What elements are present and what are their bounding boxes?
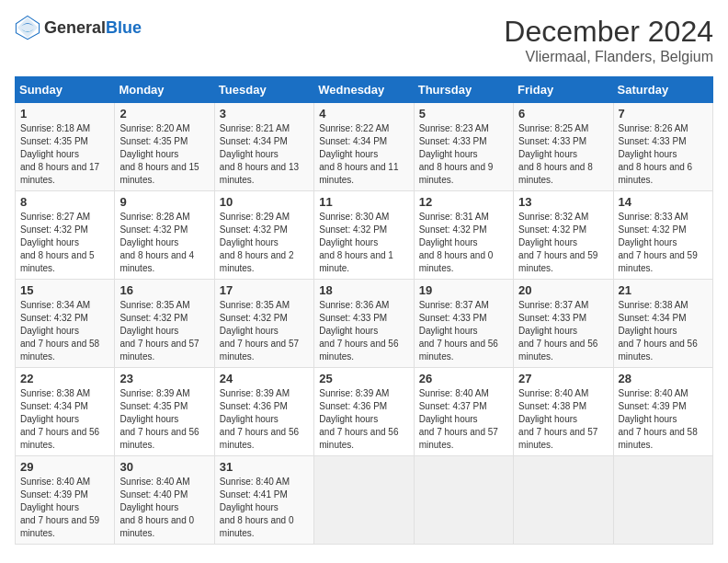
- sunset-label: Sunset: 4:33 PM: [518, 313, 586, 323]
- daylight-label: Daylight hours: [619, 326, 677, 336]
- calendar-cell: 31 Sunrise: 8:40 AM Sunset: 4:41 PM Dayl…: [214, 456, 313, 545]
- daylight-value: and 8 hours and 13 minutes.: [220, 162, 299, 185]
- sunset-label: Sunset: 4:39 PM: [20, 489, 88, 500]
- daylight-label: Daylight hours: [220, 149, 279, 159]
- daylight-value: and 7 hours and 56 minutes.: [619, 339, 698, 362]
- day-info: Sunrise: 8:31 AM Sunset: 4:32 PM Dayligh…: [419, 211, 508, 275]
- calendar-cell: 8 Sunrise: 8:27 AM Sunset: 4:32 PM Dayli…: [16, 191, 115, 280]
- sunset-label: Sunset: 4:40 PM: [119, 489, 188, 500]
- daylight-label: Daylight hours: [220, 502, 279, 512]
- calendar-cell: 18 Sunrise: 8:36 AM Sunset: 4:33 PM Dayl…: [314, 280, 414, 368]
- day-number: 25: [319, 372, 408, 385]
- day-number: 8: [20, 195, 109, 209]
- sunset-label: Sunset: 4:41 PM: [220, 489, 288, 500]
- day-info: Sunrise: 8:28 AM Sunset: 4:32 PM Dayligh…: [119, 211, 209, 275]
- calendar-cell: 26 Sunrise: 8:40 AM Sunset: 4:37 PM Dayl…: [414, 368, 513, 456]
- calendar-cell: 9 Sunrise: 8:28 AM Sunset: 4:32 PM Dayli…: [115, 191, 214, 280]
- sunset-label: Sunset: 4:38 PM: [518, 401, 586, 411]
- sunset-label: Sunset: 4:34 PM: [619, 313, 687, 323]
- sunset-label: Sunset: 4:36 PM: [319, 401, 387, 411]
- daylight-label: Daylight hours: [419, 326, 478, 336]
- sunrise-label: Sunrise: 8:29 AM: [220, 212, 290, 222]
- daylight-label: Daylight hours: [20, 502, 79, 512]
- sunset-label: Sunset: 4:35 PM: [119, 401, 188, 411]
- calendar-cell: [613, 456, 712, 545]
- sunrise-label: Sunrise: 8:40 AM: [619, 388, 688, 398]
- day-number: 24: [220, 372, 309, 385]
- daylight-label: Daylight hours: [518, 237, 577, 247]
- daylight-value: and 8 hours and 17 minutes.: [20, 162, 99, 185]
- sunset-label: Sunset: 4:34 PM: [319, 136, 387, 146]
- day-number: 7: [619, 107, 708, 121]
- day-number: 27: [518, 372, 608, 385]
- daylight-value: and 7 hours and 59 minutes.: [20, 515, 99, 538]
- daylight-label: Daylight hours: [419, 414, 478, 424]
- sunrise-label: Sunrise: 8:27 AM: [20, 212, 90, 222]
- calendar-cell: 22 Sunrise: 8:38 AM Sunset: 4:34 PM Dayl…: [16, 368, 115, 456]
- calendar-cell: 27 Sunrise: 8:40 AM Sunset: 4:38 PM Dayl…: [514, 368, 613, 456]
- sunrise-label: Sunrise: 8:35 AM: [119, 300, 189, 310]
- calendar-week-5: 29 Sunrise: 8:40 AM Sunset: 4:39 PM Dayl…: [16, 456, 713, 545]
- daylight-value: and 8 hours and 15 minutes.: [119, 162, 199, 185]
- calendar-cell: 23 Sunrise: 8:39 AM Sunset: 4:35 PM Dayl…: [115, 368, 214, 456]
- daylight-value: and 8 hours and 1 minute.: [319, 250, 393, 273]
- sunset-label: Sunset: 4:35 PM: [20, 136, 88, 146]
- day-of-week-saturday: Saturday: [613, 77, 712, 103]
- sunrise-label: Sunrise: 8:18 AM: [20, 123, 90, 133]
- day-number: 10: [220, 195, 309, 209]
- calendar-cell: [514, 456, 613, 545]
- calendar-cell: 12 Sunrise: 8:31 AM Sunset: 4:32 PM Dayl…: [414, 191, 513, 280]
- day-number: 12: [419, 195, 508, 209]
- day-info: Sunrise: 8:39 AM Sunset: 4:36 PM Dayligh…: [319, 387, 408, 452]
- daylight-label: Daylight hours: [220, 326, 279, 336]
- calendar-cell: 4 Sunrise: 8:22 AM Sunset: 4:34 PM Dayli…: [314, 103, 414, 191]
- sunrise-label: Sunrise: 8:35 AM: [220, 300, 290, 310]
- day-number: 19: [419, 283, 508, 297]
- daylight-label: Daylight hours: [119, 326, 178, 336]
- sunset-label: Sunset: 4:32 PM: [119, 224, 188, 235]
- daylight-label: Daylight hours: [119, 502, 178, 512]
- location: Vliermaal, Flanders, Belgium: [504, 49, 713, 65]
- day-info: Sunrise: 8:40 AM Sunset: 4:41 PM Dayligh…: [220, 476, 309, 540]
- day-info: Sunrise: 8:39 AM Sunset: 4:35 PM Dayligh…: [119, 387, 209, 452]
- calendar-week-4: 22 Sunrise: 8:38 AM Sunset: 4:34 PM Dayl…: [16, 368, 713, 456]
- daylight-label: Daylight hours: [20, 237, 79, 247]
- day-info: Sunrise: 8:40 AM Sunset: 4:40 PM Dayligh…: [119, 476, 209, 540]
- daylight-value: and 7 hours and 56 minutes.: [419, 339, 498, 362]
- sunrise-label: Sunrise: 8:39 AM: [319, 388, 389, 398]
- sunrise-label: Sunrise: 8:26 AM: [619, 123, 688, 133]
- sunrise-label: Sunrise: 8:40 AM: [119, 477, 189, 487]
- day-number: 20: [518, 283, 608, 297]
- day-of-week-wednesday: Wednesday: [314, 77, 414, 103]
- sunset-label: Sunset: 4:33 PM: [419, 313, 487, 323]
- day-info: Sunrise: 8:23 AM Sunset: 4:33 PM Dayligh…: [419, 122, 508, 187]
- sunrise-label: Sunrise: 8:33 AM: [619, 212, 688, 222]
- day-info: Sunrise: 8:35 AM Sunset: 4:32 PM Dayligh…: [119, 299, 209, 363]
- day-info: Sunrise: 8:35 AM Sunset: 4:32 PM Dayligh…: [220, 299, 309, 363]
- sunset-label: Sunset: 4:39 PM: [619, 401, 687, 411]
- calendar-cell: 14 Sunrise: 8:33 AM Sunset: 4:32 PM Dayl…: [613, 191, 712, 280]
- calendar-cell: 11 Sunrise: 8:30 AM Sunset: 4:32 PM Dayl…: [314, 191, 414, 280]
- sunset-label: Sunset: 4:36 PM: [220, 401, 288, 411]
- daylight-value: and 8 hours and 0 minutes.: [220, 515, 294, 538]
- sunset-label: Sunset: 4:32 PM: [419, 224, 487, 235]
- calendar-cell: 19 Sunrise: 8:37 AM Sunset: 4:33 PM Dayl…: [414, 280, 513, 368]
- day-number: 21: [619, 283, 708, 297]
- sunrise-label: Sunrise: 8:38 AM: [619, 300, 688, 310]
- day-info: Sunrise: 8:27 AM Sunset: 4:32 PM Dayligh…: [20, 211, 109, 275]
- calendar-cell: 21 Sunrise: 8:38 AM Sunset: 4:34 PM Dayl…: [613, 280, 712, 368]
- daylight-label: Daylight hours: [220, 237, 279, 247]
- calendar-cell: 13 Sunrise: 8:32 AM Sunset: 4:32 PM Dayl…: [514, 191, 613, 280]
- day-info: Sunrise: 8:33 AM Sunset: 4:32 PM Dayligh…: [619, 211, 708, 275]
- day-number: 9: [119, 195, 209, 209]
- calendar-cell: 3 Sunrise: 8:21 AM Sunset: 4:34 PM Dayli…: [214, 103, 313, 191]
- sunrise-label: Sunrise: 8:36 AM: [319, 300, 389, 310]
- daylight-label: Daylight hours: [419, 237, 478, 247]
- sunrise-label: Sunrise: 8:34 AM: [20, 300, 90, 310]
- day-number: 2: [119, 107, 209, 121]
- daylight-value: and 7 hours and 57 minutes.: [119, 339, 199, 362]
- daylight-label: Daylight hours: [319, 237, 378, 247]
- logo-text: GeneralBlue: [44, 18, 142, 38]
- sunset-label: Sunset: 4:33 PM: [518, 136, 586, 146]
- daylight-label: Daylight hours: [319, 326, 378, 336]
